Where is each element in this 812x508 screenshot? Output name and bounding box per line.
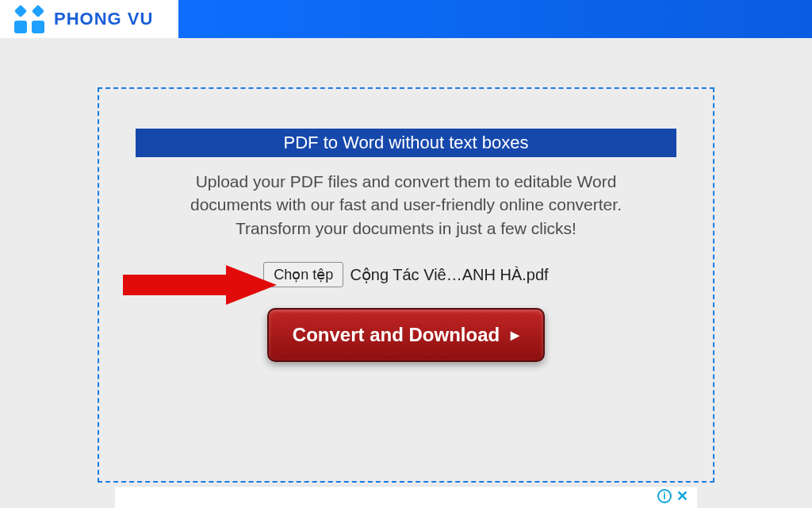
- chevron-right-icon: ▶: [511, 329, 519, 341]
- convert-download-label: Convert and Download: [293, 324, 500, 346]
- logo-icon: [14, 5, 46, 33]
- panel-title: PDF to Word without text boxes: [136, 129, 676, 157]
- convert-download-button[interactable]: Convert and Download ▶: [267, 308, 545, 362]
- top-banner: PHONG VU: [0, 0, 812, 38]
- logo[interactable]: PHONG VU: [0, 0, 178, 38]
- file-input-row: Chọn tệp Cộng Tác Viê…ANH HÀ.pdf: [263, 262, 548, 287]
- ad-close-icon[interactable]: ✕: [675, 489, 689, 503]
- panel-description: Upload your PDF files and convert them t…: [158, 170, 654, 240]
- logo-text: PHONG VU: [54, 9, 153, 29]
- instruction-arrow-icon: [123, 265, 277, 305]
- svg-marker-0: [123, 265, 277, 305]
- upload-panel: PDF to Word without text boxes Upload yo…: [98, 87, 714, 483]
- ad-info-icon[interactable]: i: [657, 489, 672, 503]
- selected-filename: Cộng Tác Viê…ANH HÀ.pdf: [350, 265, 548, 284]
- ad-strip: i ✕: [115, 486, 697, 508]
- ad-controls: i ✕: [657, 489, 689, 503]
